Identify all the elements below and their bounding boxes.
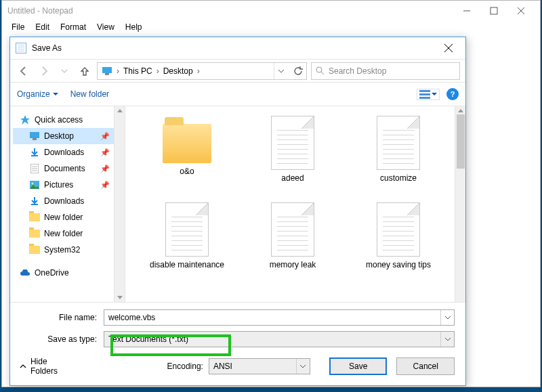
menu-help[interactable]: Help — [121, 21, 146, 36]
nav-item-new-folder[interactable]: New folder — [13, 209, 125, 225]
new-folder-button[interactable]: New folder — [70, 89, 109, 99]
refresh-button[interactable] — [291, 63, 305, 79]
save-type-select[interactable]: Text Documents (*.txt) — [104, 331, 455, 347]
svg-rect-6 — [102, 67, 112, 73]
minimize-button[interactable] — [453, 1, 480, 20]
dialog-footer: Hide Folders Encoding: ANSI Save Cancel — [10, 350, 465, 385]
notepad-icon — [16, 43, 26, 53]
nav-item-downloads-2[interactable]: Downloads — [13, 193, 125, 209]
chevron-up-icon — [20, 363, 26, 370]
folder-icon — [29, 228, 40, 239]
menu-edit[interactable]: Edit — [31, 21, 54, 36]
file-list[interactable]: o&o adeed customize disable maintenance … — [125, 106, 465, 302]
save-button[interactable]: Save — [329, 357, 388, 375]
nav-item-new-folder-2[interactable]: New folder — [13, 225, 125, 242]
document-icon — [165, 202, 209, 257]
crumb-desktop[interactable]: Desktop — [163, 66, 193, 76]
pin-icon: 📌 — [100, 148, 110, 157]
document-icon — [29, 163, 40, 174]
cancel-button[interactable]: Cancel — [396, 357, 455, 375]
hide-folders-button[interactable]: Hide Folders — [20, 357, 77, 376]
monitor-icon — [29, 131, 40, 141]
maximize-button[interactable] — [480, 1, 507, 20]
document-icon — [271, 202, 314, 257]
svg-rect-11 — [419, 93, 430, 95]
dialog-toolbar: Organize New folder ? — [10, 82, 465, 106]
combo-dropdown-icon[interactable] — [440, 310, 454, 325]
recent-dropdown[interactable] — [56, 63, 72, 79]
file-name-input[interactable]: welcome.vbs — [104, 309, 455, 326]
pin-icon: 📌 — [100, 181, 110, 190]
menu-view[interactable]: View — [93, 21, 119, 36]
view-selector[interactable] — [417, 89, 440, 100]
back-button[interactable] — [16, 63, 32, 79]
cloud-icon — [20, 267, 30, 278]
document-icon — [377, 116, 420, 170]
address-dropdown[interactable] — [274, 63, 287, 79]
save-as-dialog: Save As › This PC › Desktop › Search Des… — [9, 37, 466, 386]
dialog-titlebar: Save As — [10, 37, 465, 59]
file-item[interactable]: disable maintenance — [136, 202, 238, 284]
pin-icon: 📌 — [100, 132, 110, 141]
help-button[interactable]: ? — [446, 88, 459, 100]
svg-rect-14 — [33, 138, 37, 140]
svg-rect-13 — [30, 132, 39, 138]
nav-item-documents[interactable]: Documents📌 — [13, 160, 125, 177]
notepad-menu: File Edit Format View Help — [2, 21, 540, 36]
notepad-titlebar: Untitled - Notepad — [2, 1, 540, 21]
nav-item-system32[interactable]: System32 — [13, 242, 125, 258]
svg-rect-7 — [105, 73, 109, 75]
document-icon — [377, 202, 420, 257]
nav-scrollbar[interactable] — [114, 106, 125, 302]
content-scrollbar[interactable] — [455, 106, 465, 302]
combo-dropdown-icon[interactable] — [296, 359, 310, 374]
file-name-label: File name: — [29, 313, 104, 322]
folder-icon — [29, 244, 40, 255]
svg-rect-10 — [419, 90, 430, 92]
document-icon — [271, 116, 314, 170]
file-item[interactable]: money saving tips — [348, 202, 449, 284]
folder-icon — [163, 124, 211, 163]
download-icon — [29, 147, 40, 158]
nav-onedrive[interactable]: OneDrive — [13, 265, 125, 281]
nav-item-pictures[interactable]: Pictures📌 — [13, 177, 125, 193]
file-item[interactable]: memory leak — [242, 202, 343, 284]
svg-rect-12 — [419, 97, 430, 99]
navigation-pane: Quick access Desktop📌 Downloads📌 Documen… — [10, 106, 125, 302]
forward-button[interactable] — [36, 63, 52, 79]
chevron-right-icon: › — [117, 66, 119, 76]
save-type-label: Save as type: — [29, 334, 104, 344]
nav-quick-access[interactable]: Quick access — [13, 112, 125, 128]
dialog-close-button[interactable] — [438, 40, 459, 56]
chevron-right-icon: › — [197, 66, 200, 76]
menu-file[interactable]: File — [7, 21, 28, 36]
dialog-fields: File name: welcome.vbs Save as type: Tex… — [10, 302, 465, 350]
file-item[interactable]: adeed — [242, 116, 343, 197]
menu-format[interactable]: Format — [56, 21, 90, 36]
nav-item-downloads[interactable]: Downloads📌 — [13, 144, 125, 160]
address-bar[interactable]: › This PC › Desktop › — [97, 62, 307, 80]
combo-dropdown-icon[interactable] — [440, 332, 454, 347]
svg-line-9 — [321, 72, 324, 74]
folder-icon — [29, 212, 40, 223]
search-placeholder: Search Desktop — [329, 66, 386, 76]
encoding-select[interactable]: ANSI — [209, 358, 310, 374]
svg-point-21 — [32, 183, 34, 185]
organize-menu[interactable]: Organize — [17, 89, 58, 99]
dialog-title: Save As — [32, 43, 62, 53]
dialog-nav-row: › This PC › Desktop › Search Desktop — [10, 59, 465, 82]
search-input[interactable]: Search Desktop — [311, 62, 460, 80]
file-item-folder[interactable]: o&o — [136, 116, 238, 197]
dialog-body: Quick access Desktop📌 Downloads📌 Documen… — [10, 106, 465, 302]
notepad-title: Untitled - Notepad — [7, 6, 73, 16]
monitor-icon — [102, 66, 112, 77]
svg-point-8 — [316, 67, 322, 72]
crumb-this-pc[interactable]: This PC — [123, 66, 152, 76]
star-icon — [20, 114, 30, 125]
up-button[interactable] — [77, 63, 93, 79]
nav-item-desktop[interactable]: Desktop📌 — [13, 128, 125, 144]
encoding-label: Encoding: — [167, 362, 203, 371]
chevron-right-icon: › — [157, 66, 159, 76]
file-item[interactable]: customize — [348, 116, 449, 197]
close-button[interactable] — [507, 1, 535, 20]
